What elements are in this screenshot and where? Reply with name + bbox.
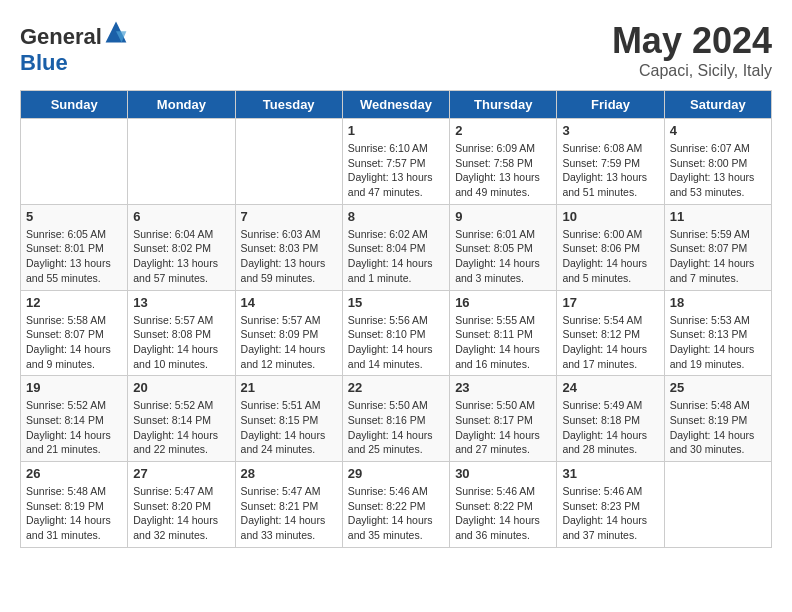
calendar-cell: 22Sunrise: 5:50 AMSunset: 8:16 PMDayligh… [342,376,449,462]
day-info: Sunrise: 6:10 AMSunset: 7:57 PMDaylight:… [348,141,444,200]
day-number: 9 [455,209,551,224]
day-info: Sunrise: 6:08 AMSunset: 7:59 PMDaylight:… [562,141,658,200]
calendar-table: SundayMondayTuesdayWednesdayThursdayFrid… [20,90,772,548]
calendar-cell [235,119,342,205]
day-info: Sunrise: 6:02 AMSunset: 8:04 PMDaylight:… [348,227,444,286]
calendar-week-row: 1Sunrise: 6:10 AMSunset: 7:57 PMDaylight… [21,119,772,205]
day-number: 20 [133,380,229,395]
day-info: Sunrise: 6:05 AMSunset: 8:01 PMDaylight:… [26,227,122,286]
day-number: 27 [133,466,229,481]
day-number: 8 [348,209,444,224]
title-area: May 2024 Capaci, Sicily, Italy [612,20,772,80]
day-number: 12 [26,295,122,310]
calendar-week-row: 5Sunrise: 6:05 AMSunset: 8:01 PMDaylight… [21,204,772,290]
calendar-cell: 17Sunrise: 5:54 AMSunset: 8:12 PMDayligh… [557,290,664,376]
day-number: 15 [348,295,444,310]
day-number: 25 [670,380,766,395]
calendar-cell [128,119,235,205]
logo: General Blue [20,20,128,76]
day-number: 5 [26,209,122,224]
weekday-header: Tuesday [235,91,342,119]
calendar-cell: 11Sunrise: 5:59 AMSunset: 8:07 PMDayligh… [664,204,771,290]
calendar-cell: 10Sunrise: 6:00 AMSunset: 8:06 PMDayligh… [557,204,664,290]
day-info: Sunrise: 5:48 AMSunset: 8:19 PMDaylight:… [670,398,766,457]
calendar-cell: 18Sunrise: 5:53 AMSunset: 8:13 PMDayligh… [664,290,771,376]
day-info: Sunrise: 5:51 AMSunset: 8:15 PMDaylight:… [241,398,337,457]
calendar-cell: 9Sunrise: 6:01 AMSunset: 8:05 PMDaylight… [450,204,557,290]
day-info: Sunrise: 5:56 AMSunset: 8:10 PMDaylight:… [348,313,444,372]
calendar-week-row: 19Sunrise: 5:52 AMSunset: 8:14 PMDayligh… [21,376,772,462]
calendar-cell: 23Sunrise: 5:50 AMSunset: 8:17 PMDayligh… [450,376,557,462]
day-info: Sunrise: 5:54 AMSunset: 8:12 PMDaylight:… [562,313,658,372]
logo-general: General [20,24,102,49]
day-number: 28 [241,466,337,481]
calendar-cell: 6Sunrise: 6:04 AMSunset: 8:02 PMDaylight… [128,204,235,290]
day-info: Sunrise: 5:46 AMSunset: 8:22 PMDaylight:… [348,484,444,543]
day-number: 4 [670,123,766,138]
day-info: Sunrise: 5:59 AMSunset: 8:07 PMDaylight:… [670,227,766,286]
calendar-cell: 31Sunrise: 5:46 AMSunset: 8:23 PMDayligh… [557,462,664,548]
calendar-cell: 16Sunrise: 5:55 AMSunset: 8:11 PMDayligh… [450,290,557,376]
weekday-header: Saturday [664,91,771,119]
day-info: Sunrise: 5:57 AMSunset: 8:08 PMDaylight:… [133,313,229,372]
calendar-cell: 3Sunrise: 6:08 AMSunset: 7:59 PMDaylight… [557,119,664,205]
day-info: Sunrise: 6:07 AMSunset: 8:00 PMDaylight:… [670,141,766,200]
day-info: Sunrise: 5:58 AMSunset: 8:07 PMDaylight:… [26,313,122,372]
day-number: 18 [670,295,766,310]
calendar-cell: 8Sunrise: 6:02 AMSunset: 8:04 PMDaylight… [342,204,449,290]
logo-icon [104,20,128,44]
day-info: Sunrise: 5:50 AMSunset: 8:16 PMDaylight:… [348,398,444,457]
calendar-cell: 25Sunrise: 5:48 AMSunset: 8:19 PMDayligh… [664,376,771,462]
day-number: 6 [133,209,229,224]
day-info: Sunrise: 6:00 AMSunset: 8:06 PMDaylight:… [562,227,658,286]
weekday-header: Sunday [21,91,128,119]
month-title: May 2024 [612,20,772,62]
calendar-cell: 19Sunrise: 5:52 AMSunset: 8:14 PMDayligh… [21,376,128,462]
calendar-cell: 21Sunrise: 5:51 AMSunset: 8:15 PMDayligh… [235,376,342,462]
day-number: 26 [26,466,122,481]
calendar-cell: 4Sunrise: 6:07 AMSunset: 8:00 PMDaylight… [664,119,771,205]
day-info: Sunrise: 5:57 AMSunset: 8:09 PMDaylight:… [241,313,337,372]
calendar-cell: 20Sunrise: 5:52 AMSunset: 8:14 PMDayligh… [128,376,235,462]
day-number: 31 [562,466,658,481]
day-number: 1 [348,123,444,138]
calendar-cell: 12Sunrise: 5:58 AMSunset: 8:07 PMDayligh… [21,290,128,376]
header: General Blue May 2024 Capaci, Sicily, It… [20,20,772,80]
day-number: 7 [241,209,337,224]
day-number: 11 [670,209,766,224]
day-info: Sunrise: 5:55 AMSunset: 8:11 PMDaylight:… [455,313,551,372]
calendar-cell: 24Sunrise: 5:49 AMSunset: 8:18 PMDayligh… [557,376,664,462]
day-info: Sunrise: 6:03 AMSunset: 8:03 PMDaylight:… [241,227,337,286]
day-info: Sunrise: 6:04 AMSunset: 8:02 PMDaylight:… [133,227,229,286]
day-number: 16 [455,295,551,310]
day-info: Sunrise: 5:50 AMSunset: 8:17 PMDaylight:… [455,398,551,457]
calendar-cell: 13Sunrise: 5:57 AMSunset: 8:08 PMDayligh… [128,290,235,376]
weekday-header: Friday [557,91,664,119]
day-info: Sunrise: 5:52 AMSunset: 8:14 PMDaylight:… [26,398,122,457]
calendar-cell: 28Sunrise: 5:47 AMSunset: 8:21 PMDayligh… [235,462,342,548]
calendar-cell: 30Sunrise: 5:46 AMSunset: 8:22 PMDayligh… [450,462,557,548]
logo-blue: Blue [20,50,68,75]
calendar-cell: 26Sunrise: 5:48 AMSunset: 8:19 PMDayligh… [21,462,128,548]
day-info: Sunrise: 6:09 AMSunset: 7:58 PMDaylight:… [455,141,551,200]
calendar-cell: 7Sunrise: 6:03 AMSunset: 8:03 PMDaylight… [235,204,342,290]
day-number: 3 [562,123,658,138]
logo-content: General Blue [20,20,128,76]
location-title: Capaci, Sicily, Italy [612,62,772,80]
day-info: Sunrise: 5:52 AMSunset: 8:14 PMDaylight:… [133,398,229,457]
day-number: 13 [133,295,229,310]
calendar-cell: 5Sunrise: 6:05 AMSunset: 8:01 PMDaylight… [21,204,128,290]
day-number: 22 [348,380,444,395]
calendar-cell: 27Sunrise: 5:47 AMSunset: 8:20 PMDayligh… [128,462,235,548]
day-info: Sunrise: 5:46 AMSunset: 8:23 PMDaylight:… [562,484,658,543]
day-info: Sunrise: 5:49 AMSunset: 8:18 PMDaylight:… [562,398,658,457]
calendar-cell: 2Sunrise: 6:09 AMSunset: 7:58 PMDaylight… [450,119,557,205]
day-number: 19 [26,380,122,395]
day-number: 24 [562,380,658,395]
day-info: Sunrise: 5:47 AMSunset: 8:20 PMDaylight:… [133,484,229,543]
weekday-header: Monday [128,91,235,119]
day-info: Sunrise: 5:53 AMSunset: 8:13 PMDaylight:… [670,313,766,372]
calendar-cell [664,462,771,548]
day-info: Sunrise: 5:48 AMSunset: 8:19 PMDaylight:… [26,484,122,543]
day-number: 17 [562,295,658,310]
